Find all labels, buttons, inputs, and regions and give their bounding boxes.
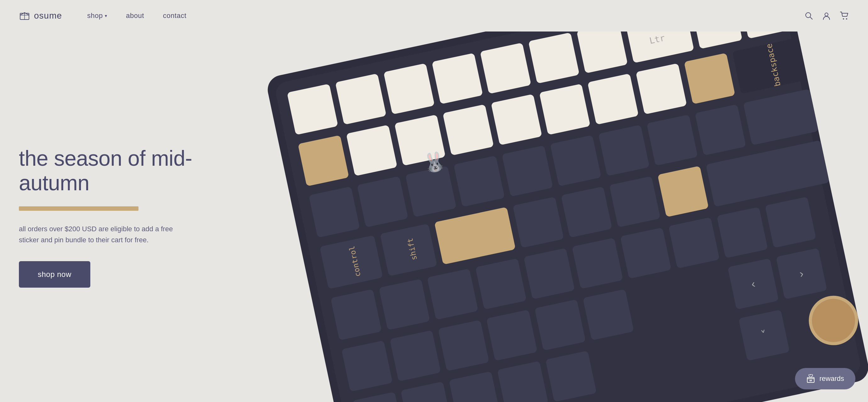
svg-rect-49 — [561, 186, 613, 238]
user-icon — [822, 11, 831, 20]
brand-name: osume — [34, 11, 62, 21]
svg-rect-12 — [384, 63, 435, 115]
svg-rect-64 — [390, 330, 441, 381]
svg-rect-63 — [341, 341, 393, 392]
svg-point-5 — [825, 13, 828, 16]
shop-now-button[interactable]: shop now — [19, 261, 90, 288]
svg-rect-66 — [486, 310, 537, 361]
svg-rect-23 — [346, 125, 398, 176]
svg-rect-40 — [647, 114, 698, 166]
svg-rect-61 — [717, 207, 768, 258]
nav-contact[interactable]: contact — [163, 12, 186, 20]
hero-section: the season of mid-autumn all orders over… — [0, 31, 868, 402]
svg-rect-34 — [357, 176, 408, 227]
svg-point-6 — [843, 18, 844, 20]
nav-shop[interactable]: shop ▾ — [87, 12, 107, 20]
svg-rect-57 — [524, 248, 575, 299]
keyboard-image: Ltr = backspace — [216, 31, 868, 402]
svg-rect-14 — [480, 42, 531, 94]
hero-title: the season of mid-autumn — [19, 146, 202, 195]
svg-rect-62 — [765, 197, 816, 248]
svg-line-4 — [810, 17, 812, 19]
svg-rect-36 — [454, 155, 505, 207]
svg-rect-30 — [684, 53, 736, 104]
svg-rect-39 — [598, 125, 650, 176]
hero-divider — [19, 206, 138, 211]
svg-rect-35 — [405, 166, 457, 217]
rewards-label: rewards — [819, 375, 844, 383]
svg-rect-29 — [636, 63, 687, 115]
svg-rect-68 — [583, 289, 634, 341]
svg-rect-55 — [427, 268, 478, 320]
svg-rect-41 — [695, 104, 746, 155]
svg-rect-56 — [475, 258, 527, 310]
logo-icon — [19, 10, 30, 22]
svg-rect-13 — [432, 53, 483, 104]
search-icon — [804, 11, 813, 20]
rewards-button[interactable]: rewards — [795, 368, 856, 390]
cart-button[interactable] — [840, 11, 849, 20]
rewards-icon — [806, 374, 815, 383]
svg-rect-65 — [438, 320, 489, 371]
svg-rect-37 — [502, 145, 553, 197]
svg-rect-22 — [298, 135, 349, 186]
chevron-down-icon: ▾ — [105, 13, 107, 18]
svg-rect-48 — [513, 197, 564, 248]
svg-rect-38 — [550, 135, 601, 186]
svg-rect-53 — [331, 289, 382, 341]
main-nav: shop ▾ about contact — [87, 12, 186, 20]
svg-rect-26 — [491, 94, 542, 145]
svg-rect-28 — [588, 74, 639, 125]
svg-rect-15 — [528, 32, 580, 84]
account-button[interactable] — [822, 11, 831, 20]
search-button[interactable] — [804, 11, 813, 20]
svg-rect-10 — [287, 84, 338, 135]
svg-rect-33 — [309, 186, 360, 238]
svg-rect-11 — [335, 74, 386, 125]
svg-rect-51 — [657, 166, 709, 217]
svg-rect-67 — [535, 299, 586, 351]
svg-rect-50 — [609, 176, 660, 227]
hero-content: the season of mid-autumn all orders over… — [0, 31, 220, 402]
header-icons — [804, 11, 849, 20]
svg-rect-58 — [572, 238, 623, 289]
cart-icon — [840, 11, 849, 20]
svg-rect-77 — [546, 351, 597, 402]
svg-point-7 — [846, 18, 847, 20]
hero-subtitle: all orders over $200 USD are eligible to… — [19, 223, 189, 246]
nav-about[interactable]: about — [126, 12, 144, 20]
svg-rect-25 — [443, 104, 494, 155]
svg-rect-59 — [620, 227, 672, 279]
logo[interactable]: osume — [19, 10, 62, 22]
svg-rect-54 — [379, 279, 430, 330]
svg-rect-60 — [669, 217, 720, 268]
svg-rect-27 — [539, 84, 590, 135]
